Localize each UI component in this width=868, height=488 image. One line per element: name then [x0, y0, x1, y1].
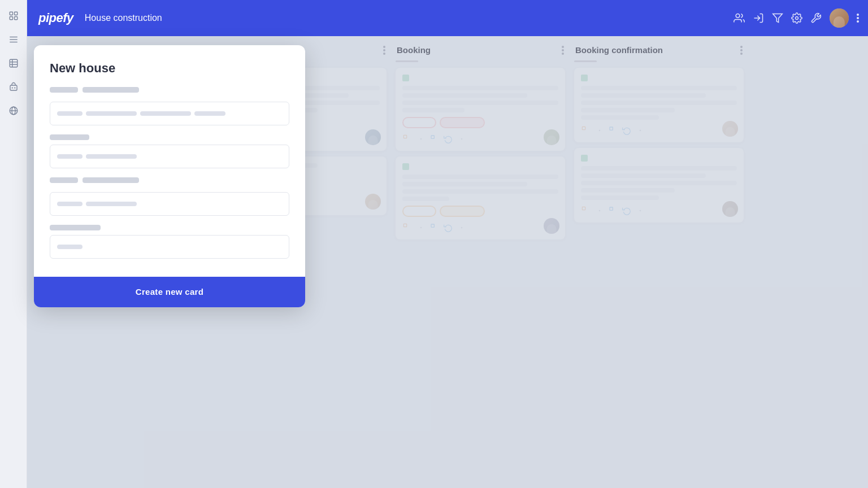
svg-rect-11 [10, 85, 17, 90]
create-new-card-button[interactable]: Create new card [34, 277, 305, 307]
user-avatar[interactable] [830, 8, 849, 28]
svg-marker-19 [773, 14, 783, 23]
field-input-1[interactable] [50, 102, 289, 125]
field-input-3[interactable] [50, 192, 289, 216]
filter-icon[interactable] [772, 12, 783, 24]
icon-rail [0, 0, 27, 488]
svg-point-12 [11, 87, 12, 88]
field-label-1b [83, 87, 139, 93]
ph-block [140, 111, 191, 116]
svg-point-17 [736, 14, 740, 18]
app-container: pipefy House construction [0, 0, 868, 488]
svg-rect-0 [10, 12, 12, 15]
nav-globe[interactable] [5, 102, 23, 120]
header-actions [734, 8, 859, 28]
ph-block [86, 111, 137, 116]
more-menu-icon[interactable] [857, 14, 859, 23]
field-label-4 [50, 225, 101, 230]
nav-bot[interactable] [5, 78, 23, 96]
create-new-card-label: Create new card [136, 287, 203, 297]
svg-point-20 [796, 17, 798, 20]
ph-block [86, 154, 137, 159]
field-label-2 [50, 134, 89, 140]
svg-rect-2 [10, 17, 12, 20]
form-field-2 [50, 134, 289, 168]
app-logo: pipefy [38, 11, 73, 25]
field-label-3b [83, 177, 139, 183]
top-header: pipefy House construction [27, 0, 868, 36]
main-area: pipefy House construction [27, 0, 868, 488]
svg-point-13 [14, 87, 15, 88]
input-placeholder-2 [57, 154, 137, 159]
input-placeholder-3 [57, 202, 137, 206]
modal-body: New house [34, 45, 305, 277]
svg-rect-3 [14, 17, 17, 20]
form-field-4 [50, 225, 289, 259]
field-input-2[interactable] [50, 145, 289, 168]
new-card-modal: New house [34, 45, 305, 307]
svg-rect-7 [10, 59, 18, 67]
settings-icon[interactable] [791, 12, 802, 24]
field-label-1a [50, 87, 78, 93]
svg-rect-1 [14, 12, 17, 15]
nav-table[interactable] [5, 54, 23, 72]
ph-block [57, 245, 83, 249]
ph-block [57, 154, 83, 159]
form-field-1 [50, 87, 289, 125]
nav-grid[interactable] [5, 7, 23, 25]
enter-icon[interactable] [753, 12, 764, 24]
page-title: House construction [85, 13, 162, 23]
ph-block [57, 111, 83, 116]
ph-block [194, 111, 225, 116]
ph-block [86, 202, 137, 206]
form-field-3 [50, 177, 289, 216]
nav-list[interactable] [5, 30, 23, 49]
users-icon[interactable] [734, 12, 745, 24]
field-label-3a [50, 177, 78, 183]
field-input-4[interactable] [50, 235, 289, 259]
ph-block [57, 202, 83, 206]
modal-title: New house [50, 61, 289, 76]
wrench-icon[interactable] [810, 12, 822, 24]
input-placeholder-1 [57, 111, 225, 116]
